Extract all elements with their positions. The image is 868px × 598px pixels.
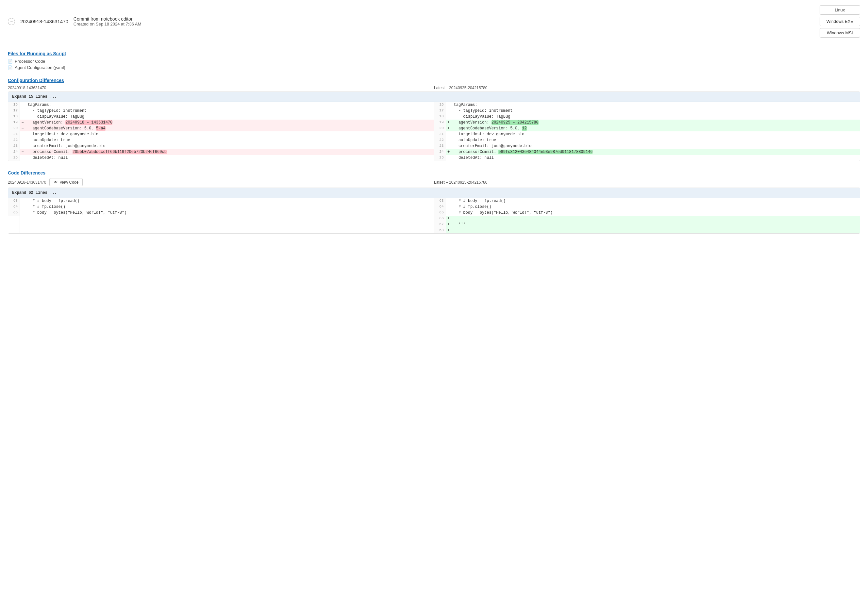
files-section: Files for Running as Script 📄 Processor … xyxy=(8,51,860,70)
config-left-label: 20240918-143631470 xyxy=(8,85,434,90)
config-right-17: 17 - tagTypeId: instrument xyxy=(434,108,860,114)
config-row-17: 17 - tagTypeId: instrument 17 - tagTypeI… xyxy=(8,108,860,114)
config-right-24: 24 + processorCommit: e89fc312043e484044… xyxy=(434,149,860,155)
config-left-18: 18 displayValue: TagBug xyxy=(8,114,434,120)
config-left-16: 16 tagParams: xyxy=(8,102,434,108)
code-left-64: 64 # # fp.close() xyxy=(8,204,434,210)
config-row-25: 25 deletedAt: null 25 deletedAt: null xyxy=(8,155,860,161)
eye-icon: 👁 xyxy=(54,180,58,185)
code-right-64: 64 # # fp.close() xyxy=(434,204,860,210)
config-right-19: 19 + agentVersion: 20240925 – 204215780 xyxy=(434,120,860,126)
code-diff-title[interactable]: Code Differences xyxy=(8,170,860,175)
config-left-19: 19 − agentVersion: 20240918 – 143631470 xyxy=(8,120,434,126)
header: − 20240918-143631470 Commit from noteboo… xyxy=(0,0,868,43)
commit-info: Commit from notebook editor Created on S… xyxy=(73,16,141,27)
config-left-17: 17 - tagTypeId: instrument xyxy=(8,108,434,114)
config-diff-title[interactable]: Configuration Differences xyxy=(8,78,860,83)
config-diff-section: Configuration Differences 20240918-14363… xyxy=(8,78,860,161)
config-right-22: 22 autoUpdate: true xyxy=(434,137,860,143)
config-left-24: 24 − processorCommit: 205bb07a5dccccff66… xyxy=(8,149,434,155)
config-left-21: 21 targetHost: dev.ganymede.bio xyxy=(8,132,434,137)
code-right-65: 65 # body = bytes("Hello, World!", "utf-… xyxy=(434,210,860,216)
code-row-68: 68 + xyxy=(8,227,860,233)
config-row-20: 20 − agentCodebaseVersion: 5.0. 5-a4 20 … xyxy=(8,126,860,132)
config-right-label: Latest – 20240925-204215780 xyxy=(434,85,860,90)
code-diff-section: Code Differences 20240918-143631470 👁 Vi… xyxy=(8,170,860,234)
collapse-icon[interactable]: − xyxy=(8,18,15,25)
code-row-67: 67 + ''' xyxy=(8,221,860,227)
code-row-64: 64 # # fp.close() 64 # # fp.close() xyxy=(8,204,860,210)
config-left-20: 20 − agentCodebaseVersion: 5.0. 5-a4 xyxy=(8,126,434,132)
code-right-63: 63 # # body = fp.read() xyxy=(434,198,860,204)
header-left: − 20240918-143631470 Commit from noteboo… xyxy=(8,16,141,27)
windows-msi-button[interactable]: Windows MSI xyxy=(820,28,860,37)
code-right-66: 66 + xyxy=(434,216,860,221)
file-item-processor: 📄 Processor Code xyxy=(8,59,860,64)
code-right-label: Latest – 20240925-204215780 xyxy=(434,180,487,185)
config-row-19: 19 − agentVersion: 20240918 – 143631470 … xyxy=(8,120,860,126)
code-left-label: 20240918-143631470 xyxy=(8,180,46,185)
windows-exe-button[interactable]: Windows EXE xyxy=(820,16,860,26)
config-right-21: 21 targetHost: dev.ganymede.bio xyxy=(434,132,860,137)
code-row-66: 66 + xyxy=(8,216,860,221)
config-diff-headers: 20240918-143631470 Latest – 20240925-204… xyxy=(8,85,860,90)
code-row-65: 65 # body = bytes("Hello, World!", "utf-… xyxy=(8,210,860,216)
code-left-65: 65 # body = bytes("Hello, World!", "utf-… xyxy=(8,210,434,216)
config-row-24: 24 − processorCommit: 205bb07a5dccccff66… xyxy=(8,149,860,155)
view-code-button[interactable]: 👁 View Code xyxy=(49,178,83,186)
linux-button[interactable]: Linux xyxy=(820,5,860,15)
config-row-23: 23 creatorEmail: josh@ganymede.bio 23 cr… xyxy=(8,143,860,149)
config-right-16: 16 tagParams: xyxy=(434,102,860,108)
config-row-18: 18 displayValue: TagBug 18 displayValue:… xyxy=(8,114,860,120)
main-content: Files for Running as Script 📄 Processor … xyxy=(0,43,868,234)
code-left-67-empty xyxy=(8,221,434,227)
config-row-16: 16 tagParams: 16 tagParams: xyxy=(8,102,860,108)
config-right-25: 25 deletedAt: null xyxy=(434,155,860,161)
commit-id-label: 20240918-143631470 xyxy=(20,19,68,24)
file-icon-agent-config: 📄 xyxy=(8,65,13,70)
file-icon-processor: 📄 xyxy=(8,59,13,64)
config-row-21: 21 targetHost: dev.ganymede.bio 21 targe… xyxy=(8,132,860,137)
config-left-22: 22 autoUpdate: true xyxy=(8,137,434,143)
config-left-23: 23 creatorEmail: josh@ganymede.bio xyxy=(8,143,434,149)
code-left-63: 63 # # body = fp.read() xyxy=(8,198,434,204)
code-diff-container: Expand 62 lines ... 63 # # body = fp.rea… xyxy=(8,188,860,234)
code-left-68-empty xyxy=(8,227,434,233)
files-section-title[interactable]: Files for Running as Script xyxy=(8,51,860,56)
code-right-68: 68 + xyxy=(434,227,860,233)
config-row-22: 22 autoUpdate: true 22 autoUpdate: true xyxy=(8,137,860,143)
code-expand-row[interactable]: Expand 62 lines ... xyxy=(8,188,860,198)
config-right-20: 20 + agentCodebaseVersion: 5.0. 12 xyxy=(434,126,860,132)
code-diff-header-row: 20240918-143631470 👁 View Code Latest – … xyxy=(8,178,860,186)
config-expand-row[interactable]: Expand 15 lines ... xyxy=(8,92,860,102)
file-item-agent-config: 📄 Agent Configuration (yaml) xyxy=(8,65,860,70)
config-left-25: 25 deletedAt: null xyxy=(8,155,434,161)
code-right-67: 67 + ''' xyxy=(434,221,860,227)
config-diff-container: Expand 15 lines ... 16 tagParams: 16 tag… xyxy=(8,91,860,161)
platform-buttons: Linux Windows EXE Windows MSI xyxy=(820,5,860,37)
code-left-66-empty xyxy=(8,216,434,221)
config-right-23: 23 creatorEmail: josh@ganymede.bio xyxy=(434,143,860,149)
config-right-18: 18 displayValue: TagBug xyxy=(434,114,860,120)
code-row-63: 63 # # body = fp.read() 63 # # body = fp… xyxy=(8,198,860,204)
